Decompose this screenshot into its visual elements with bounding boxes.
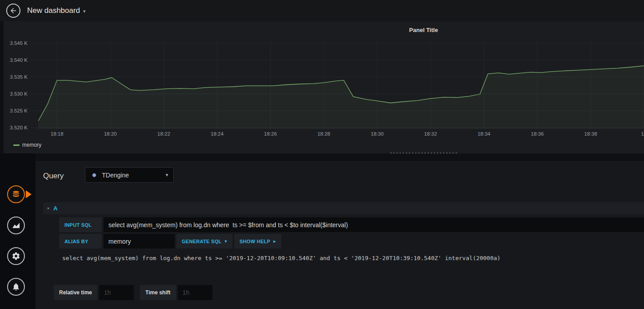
scroll-indicator[interactable] [390, 152, 457, 154]
input-sql-label: INPUT SQL [59, 217, 102, 232]
chevron-down-icon: ▾ [83, 7, 86, 14]
relative-time-input[interactable] [99, 285, 134, 300]
query-ref-id: A [53, 205, 57, 212]
svg-text:18:30: 18:30 [371, 131, 384, 136]
input-sql-field[interactable] [104, 217, 644, 232]
svg-text:3.520 K: 3.520 K [10, 125, 28, 130]
tab-queries[interactable] [7, 185, 25, 203]
dashboard-title-dropdown[interactable]: New dashboard ▾ [27, 6, 86, 15]
back-button[interactable] [6, 4, 20, 18]
query-section-title: Query [43, 170, 64, 181]
panel-title[interactable]: Panel Title [409, 27, 438, 33]
datasource-picker[interactable]: TDengine ▾ [85, 167, 174, 183]
graph-icon [12, 221, 20, 230]
alias-by-field[interactable] [104, 234, 175, 249]
graph-panel: Panel Title 3.520 K3.525 K3.530 K3.535 K… [4, 21, 644, 153]
relative-time-label: Relative time [54, 285, 97, 300]
svg-text:18:26: 18:26 [264, 131, 277, 136]
time-series-chart[interactable]: 3.520 K3.525 K3.530 K3.535 K3.540 K3.545… [4, 39, 644, 141]
generate-sql-button[interactable]: GENERATE SQL ▾ [176, 234, 232, 249]
time-shift-label: Time shift [140, 285, 176, 300]
tab-alert[interactable] [7, 278, 25, 296]
svg-text:18:34: 18:34 [477, 131, 490, 136]
input-sql-row: INPUT SQL [59, 217, 644, 232]
svg-text:18:38: 18:38 [584, 131, 597, 136]
show-help-button[interactable]: SHOW HELP ▸ [234, 234, 281, 249]
active-tab-arrow-icon [26, 190, 32, 198]
time-options-row: Relative time Time shift [54, 285, 212, 300]
svg-text:18:22: 18:22 [157, 131, 170, 136]
svg-text:18:20: 18:20 [104, 131, 117, 136]
svg-text:18:32: 18:32 [424, 131, 437, 136]
datasource-name: TDengine [102, 172, 129, 179]
dashboard-title: New dashboard [27, 6, 80, 15]
svg-text:3.545 K: 3.545 K [10, 40, 28, 46]
svg-text:18: 18 [641, 131, 644, 136]
bell-icon [12, 282, 20, 291]
generated-sql-preview: select avg(mem_system) from log.dn where… [62, 255, 635, 261]
chevron-right-icon: ▸ [273, 239, 276, 244]
tdengine-logo-icon [91, 172, 98, 179]
query-editor-pane: Query TDengine ▾ ▾ A INPUT SQL ALIAS BY [36, 161, 644, 309]
alias-by-row: ALIAS BY GENERATE SQL ▾ SHOW HELP ▸ [59, 234, 644, 249]
legend-color-swatch [13, 144, 20, 146]
tab-general[interactable] [7, 247, 25, 265]
chevron-down-icon: ▾ [225, 239, 227, 244]
tab-visualization[interactable] [7, 217, 25, 234]
gear-icon [12, 252, 20, 261]
chevron-down-icon: ▾ [166, 172, 168, 178]
database-icon [12, 190, 20, 199]
svg-text:3.530 K: 3.530 K [10, 91, 28, 96]
svg-text:18:36: 18:36 [531, 131, 544, 136]
legend-item-memory[interactable]: memory [22, 142, 41, 148]
arrow-left-icon [9, 7, 17, 15]
generate-sql-label: GENERATE SQL [182, 239, 222, 244]
time-shift-input[interactable] [178, 285, 212, 300]
chevron-down-icon: ▾ [47, 206, 49, 211]
svg-text:18:18: 18:18 [51, 131, 64, 136]
grafana-app: New dashboard ▾ Panel Title 3.520 K3.525… [0, 0, 644, 309]
alias-by-label: ALIAS BY [59, 234, 102, 249]
svg-text:3.535 K: 3.535 K [10, 74, 28, 80]
top-navbar: New dashboard ▾ [0, 0, 644, 21]
show-help-label: SHOW HELP [240, 239, 270, 244]
svg-text:3.525 K: 3.525 K [10, 108, 28, 113]
svg-text:18:28: 18:28 [317, 131, 330, 136]
svg-text:3.540 K: 3.540 K [10, 57, 28, 63]
chart-legend: memory [13, 142, 41, 148]
query-row-collapse[interactable]: ▾ A [43, 202, 644, 214]
query-header: Query TDengine ▾ [43, 167, 174, 183]
svg-text:18:24: 18:24 [211, 131, 224, 136]
